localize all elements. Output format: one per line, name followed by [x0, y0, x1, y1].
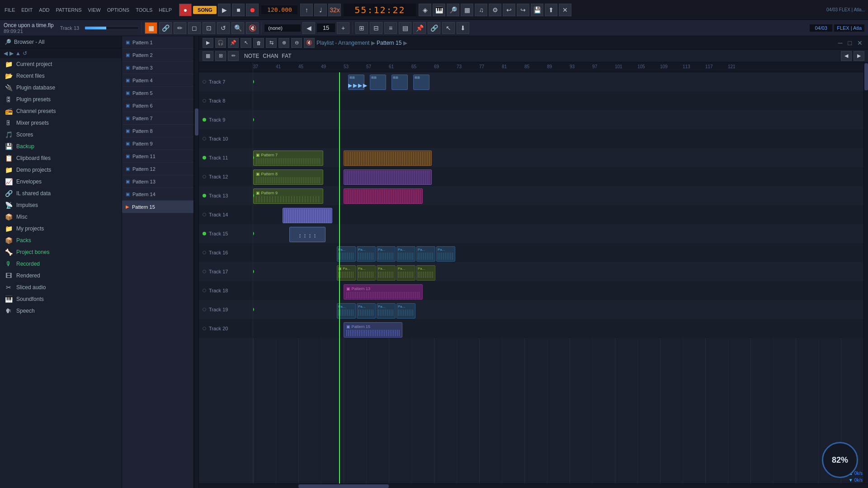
sidebar-item-scores[interactable]: 🎵 Scores: [0, 129, 122, 141]
export-button[interactable]: ⬆: [545, 4, 557, 16]
redo-button[interactable]: ↪: [517, 4, 529, 16]
play-button[interactable]: ▶: [218, 4, 231, 16]
sidebar-item-my-projects[interactable]: 📁 My projects: [0, 223, 122, 235]
pattern-item-15[interactable]: ▶ Pattern 15: [122, 201, 193, 213]
channel-rack-button[interactable]: ▦: [461, 4, 473, 16]
pattern-block-t15-1[interactable]: ↕ ↕ ↕ ↕: [289, 227, 326, 242]
sidebar-item-envelopes[interactable]: 📈 Envelopes: [0, 176, 122, 188]
pattern-block-t11-1[interactable]: ▣ Pattern 7: [253, 150, 323, 166]
playlist-maximize-btn[interactable]: □: [846, 38, 854, 47]
pattern-block-t16-4[interactable]: Pa...: [396, 246, 415, 262]
pattern-item-5[interactable]: ▣ Pattern 5: [122, 87, 193, 99]
pattern-block-t16-3[interactable]: Pa...: [377, 246, 396, 262]
sidebar-item-mixer-presets[interactable]: 🎚 Mixer presets: [0, 117, 122, 129]
menu-tools[interactable]: TOOLS: [134, 6, 154, 14]
playlist-headphones-btn[interactable]: 🎧: [215, 38, 226, 48]
pattern-item-2[interactable]: ▣ Pattern 2: [122, 49, 193, 61]
sidebar-item-misc[interactable]: 📦 Misc: [0, 211, 122, 223]
main-scrollbar-v[interactable]: [863, 62, 868, 483]
sidebar-back-btn[interactable]: ◀: [4, 50, 8, 56]
sidebar-item-sliced-audio[interactable]: ✂ Sliced audio: [0, 282, 122, 293]
pattern-prev-btn[interactable]: ◀: [302, 22, 315, 34]
pattern-block-t11-2[interactable]: [344, 150, 432, 166]
sidebar-item-current-project[interactable]: 📁 Current project: [0, 58, 122, 70]
main-scrollbar-thumb[interactable]: [864, 63, 868, 90]
pattern-block-t16-2[interactable]: Pa...: [357, 246, 376, 262]
pattern-block-t17-4[interactable]: Pa...: [396, 265, 415, 281]
sidebar-refresh-btn[interactable]: ↺: [23, 50, 27, 56]
menu-add[interactable]: ADD: [37, 6, 51, 14]
pencil-btn[interactable]: ✏: [228, 51, 239, 61]
sidebar-item-plugin-database[interactable]: 🔌 Plugin database: [0, 82, 122, 94]
playlist-minimize-btn[interactable]: ─: [836, 38, 844, 47]
close-button-top[interactable]: ✕: [559, 4, 571, 16]
record-button[interactable]: ●: [179, 4, 192, 16]
playlist-close-btn[interactable]: ✕: [855, 38, 864, 47]
pattern-block-t19-2[interactable]: Pa...: [357, 303, 376, 319]
pattern-item-9[interactable]: ▣ Pattern 9: [122, 137, 193, 150]
pattern-block-t17-2[interactable]: Pa...: [357, 265, 376, 281]
pattern-block-t13-2[interactable]: [344, 188, 423, 204]
pattern-block-t7-4[interactable]: ⊞⊞: [413, 75, 429, 90]
mixer-button[interactable]: ◈: [419, 4, 431, 16]
sidebar-up-btn[interactable]: ▲: [15, 50, 21, 56]
playlist-zoom-in-btn[interactable]: ⊕: [278, 38, 289, 48]
sidebar-item-soundfonts[interactable]: 🎹 Soundfonts: [0, 293, 122, 305]
main-scrollbar-h[interactable]: [199, 483, 868, 488]
undo-button[interactable]: ↩: [503, 4, 515, 16]
menu-file[interactable]: FILE: [3, 6, 17, 14]
sidebar-item-channel-presets[interactable]: 📻 Channel presets: [0, 105, 122, 117]
menu-help[interactable]: HELP: [157, 6, 174, 14]
channel-view-btn[interactable]: ▤: [399, 22, 411, 34]
pattern-block-t17-5[interactable]: Pa...: [416, 265, 435, 281]
sidebar-item-project-bones[interactable]: 🦴 Project bones: [0, 246, 122, 258]
pattern-block-t16-5[interactable]: Pa...: [416, 246, 435, 262]
sidebar-fwd-btn[interactable]: ▶: [9, 50, 14, 56]
pattern-item-13[interactable]: ▣ Pattern 13: [122, 175, 193, 188]
mute-btn[interactable]: 🔇: [246, 22, 259, 34]
pattern-item-14[interactable]: ▣ Pattern 14: [122, 188, 193, 201]
playlist-nudge-btn[interactable]: ⇆: [266, 38, 277, 48]
playlist-mute2-btn[interactable]: 🔇: [304, 38, 315, 48]
settings-button[interactable]: ⚙: [489, 4, 501, 16]
playlist-pin2-btn[interactable]: 📌: [228, 38, 239, 48]
rec-mode-button[interactable]: 32x: [328, 4, 341, 16]
pattern-item-4[interactable]: ▣ Pattern 4: [122, 74, 193, 87]
snap-btn[interactable]: ⊞: [215, 51, 226, 61]
expand-btn[interactable]: ⊞: [355, 22, 368, 34]
sidebar-item-plugin-presets[interactable]: 🎛 Plugin presets: [0, 94, 122, 105]
menu-edit[interactable]: EDIT: [19, 6, 34, 14]
pattern-block-t17-3[interactable]: Pa...: [377, 265, 396, 281]
scroll-left-btn[interactable]: ◀: [841, 51, 852, 61]
pattern-block-t14-1[interactable]: [283, 208, 332, 223]
collapse-btn[interactable]: ⊟: [370, 22, 382, 34]
playlist-breadcrumb1[interactable]: Playlist - Arrangement: [316, 40, 369, 46]
select-btn[interactable]: ⊡: [203, 22, 215, 34]
pattern-block-t12-1[interactable]: ▣ Pattern 8: [253, 169, 323, 185]
song-mode-button[interactable]: SONG: [193, 6, 217, 14]
menu-view[interactable]: VIEW: [86, 6, 103, 14]
pattern-block-t17-1[interactable]: ▣ Pa...: [337, 265, 356, 281]
pattern-scrollbar-thumb[interactable]: [195, 108, 198, 136]
sidebar-item-il-shared[interactable]: 🔗 IL shared data: [0, 188, 122, 199]
sidebar-item-demo-projects[interactable]: 📁 Demo projects: [0, 164, 122, 176]
hscrollbar-thumb[interactable]: [298, 484, 389, 488]
pattern-scrollbar[interactable]: [194, 36, 198, 488]
pattern-block-t13-1[interactable]: ▣ Pattern 9: [253, 188, 323, 204]
pattern-item-7[interactable]: ▣ Pattern 7: [122, 112, 193, 125]
pattern-next-btn[interactable]: +: [337, 22, 349, 34]
pattern-item-1[interactable]: ▣ Pattern 1: [122, 36, 193, 49]
pattern-block-t19-4[interactable]: Pa...: [396, 303, 415, 319]
sidebar-item-speech[interactable]: 🗣 Speech: [0, 305, 122, 317]
playlist-play-btn[interactable]: ▶: [203, 38, 213, 48]
pattern-block-t19-3[interactable]: Pa...: [377, 303, 396, 319]
pattern-block-t16-1[interactable]: Pa...: [337, 246, 356, 262]
playlist-btn[interactable]: ▦: [145, 22, 157, 34]
sidebar-item-recorded[interactable]: 🎙 Recorded: [0, 258, 122, 270]
pattern-block-t7-3[interactable]: ⊞⊞: [392, 75, 408, 90]
song-editor-button[interactable]: ♫: [475, 4, 487, 16]
pattern-block-t7-2[interactable]: ⊞⊞: [370, 75, 386, 90]
pattern-item-12[interactable]: ▣ Pattern 12: [122, 163, 193, 175]
record-arm-button[interactable]: ⏺: [246, 4, 259, 16]
arrange-btn[interactable]: ≡: [384, 22, 397, 34]
